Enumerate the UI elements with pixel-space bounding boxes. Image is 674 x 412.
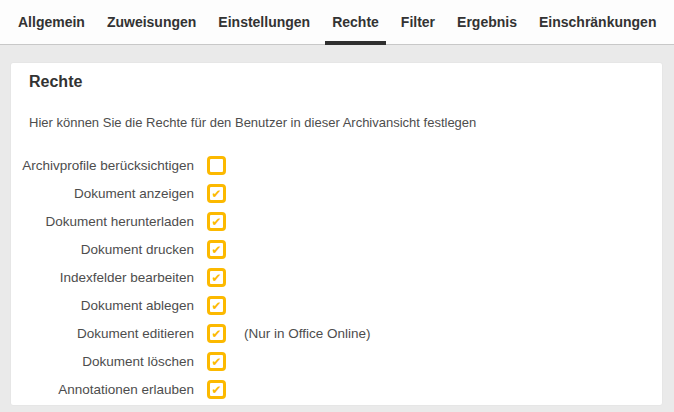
- rights-row-anzeigen: Dokument anzeigen: [19, 184, 644, 203]
- checkbox-label: Dokument drucken: [19, 242, 194, 258]
- checkbox-label: Dokument ablegen: [19, 298, 194, 314]
- rights-row-indexfelder: Indexfelder bearbeiten: [19, 268, 644, 287]
- rights-row-herunterladen: Dokument herunterladen: [19, 212, 644, 231]
- dokument-loeschen-checkbox[interactable]: [207, 352, 226, 371]
- tab-bar: Allgemein Zuweisungen Einstellungen Rech…: [0, 0, 674, 45]
- indexfelder-bearbeiten-checkbox[interactable]: [207, 268, 226, 287]
- rights-row-archivprofile: Archivprofile berücksichtigen: [19, 156, 644, 175]
- checkbox-label: Annotationen erlauben: [19, 382, 194, 398]
- tab-filter[interactable]: Filter: [390, 0, 446, 44]
- rights-list: Archivprofile berücksichtigen Dokument a…: [19, 156, 644, 399]
- dokument-drucken-checkbox[interactable]: [207, 240, 226, 259]
- rights-row-loeschen: Dokument löschen: [19, 352, 644, 371]
- rights-row-annotationen: Annotationen erlauben: [19, 380, 644, 399]
- rights-panel: Rechte Hier können Sie die Rechte für de…: [10, 62, 663, 406]
- checkbox-label: Dokument editieren: [19, 326, 194, 342]
- tab-ergebnis[interactable]: Ergebnis: [446, 0, 528, 44]
- rights-row-drucken: Dokument drucken: [19, 240, 644, 259]
- panel-description: Hier können Sie die Rechte für den Benut…: [19, 115, 644, 130]
- page-title: Rechte: [19, 73, 644, 91]
- annotationen-erlauben-checkbox[interactable]: [207, 380, 226, 399]
- rights-row-editieren: Dokument editieren (Nur in Office Online…: [19, 324, 644, 343]
- checkbox-label: Dokument löschen: [19, 354, 194, 370]
- tab-zuweisungen[interactable]: Zuweisungen: [96, 0, 207, 44]
- dokument-herunterladen-checkbox[interactable]: [207, 212, 226, 231]
- office-online-note: (Nur in Office Online): [244, 326, 371, 341]
- tab-einschraenkungen[interactable]: Einschränkungen: [528, 0, 667, 44]
- dokument-editieren-checkbox[interactable]: [207, 324, 226, 343]
- tab-einstellungen[interactable]: Einstellungen: [207, 0, 321, 44]
- tab-rechte[interactable]: Rechte: [321, 0, 390, 44]
- rights-row-ablegen: Dokument ablegen: [19, 296, 644, 315]
- checkbox-label: Dokument herunterladen: [19, 214, 194, 230]
- tab-allgemein[interactable]: Allgemein: [7, 0, 96, 44]
- dokument-ablegen-checkbox[interactable]: [207, 296, 226, 315]
- archivprofile-checkbox[interactable]: [207, 156, 226, 175]
- rights-settings-page: Allgemein Zuweisungen Einstellungen Rech…: [0, 0, 674, 412]
- dokument-anzeigen-checkbox[interactable]: [207, 184, 226, 203]
- checkbox-label: Dokument anzeigen: [19, 186, 194, 202]
- checkbox-label: Indexfelder bearbeiten: [19, 270, 194, 286]
- checkbox-label: Archivprofile berücksichtigen: [19, 158, 194, 174]
